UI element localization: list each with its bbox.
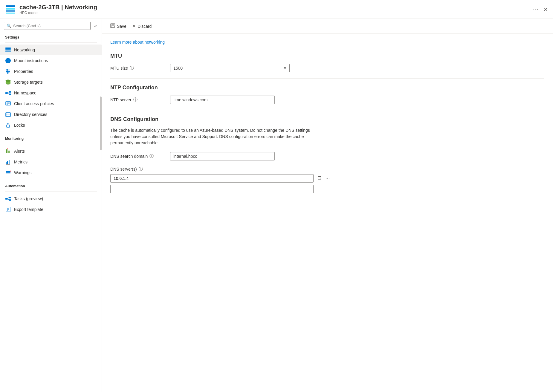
discard-label: Discard: [138, 24, 152, 29]
svg-rect-20: [5, 92, 7, 94]
mtu-size-select[interactable]: 1500 ∨: [170, 64, 290, 72]
sidebar-item-namespace[interactable]: Namespace: [0, 88, 102, 98]
svg-rect-41: [6, 171, 10, 172]
svg-line-24: [7, 93, 9, 94]
dns-server-delete-button-0[interactable]: [316, 174, 323, 183]
svg-text:i: i: [7, 59, 8, 62]
locks-icon: [5, 122, 11, 128]
mtu-size-control: 1500 ∨: [170, 64, 290, 72]
header-close-button[interactable]: ✕: [543, 6, 548, 13]
directory-services-icon: [5, 111, 11, 117]
mtu-ntp-divider: [110, 78, 544, 79]
svg-rect-2: [6, 10, 15, 12]
svg-rect-22: [9, 94, 11, 95]
dns-search-domain-input[interactable]: [170, 152, 275, 160]
settings-divider: [5, 42, 97, 43]
collapse-button[interactable]: «: [93, 22, 98, 30]
search-row: 🔍 «: [0, 19, 102, 33]
dns-server-more-button-0[interactable]: ···: [326, 176, 330, 181]
toolbar: Save ✕ Discard: [102, 19, 553, 34]
sidebar-item-label: Mount instructions: [14, 58, 48, 63]
dns-server-input-1[interactable]: [110, 185, 314, 193]
discard-button[interactable]: ✕ Discard: [130, 22, 154, 30]
learn-more-link[interactable]: Learn more about networking: [110, 40, 165, 45]
mtu-section: MTU MTU size ⓘ 1500 ∨: [110, 53, 544, 72]
sidebar-item-locks[interactable]: Locks: [0, 120, 102, 131]
search-icon: 🔍: [7, 24, 11, 28]
sidebar-item-mount-instructions[interactable]: i Mount instructions: [0, 55, 102, 66]
ntp-server-input[interactable]: [170, 96, 275, 104]
sidebar-item-storage-targets[interactable]: Storage targets: [0, 77, 102, 88]
svg-rect-55: [111, 24, 114, 25]
page-title: cache-2G-3TB | Networking: [19, 4, 528, 11]
sidebar-item-client-access-policies[interactable]: Client access policies: [0, 98, 102, 109]
svg-rect-37: [6, 162, 7, 164]
svg-rect-39: [9, 160, 10, 164]
dns-description: The cache is automatically configured to…: [110, 127, 320, 146]
dns-servers-label: DNS server(s) ⓘ: [110, 166, 170, 172]
search-box[interactable]: 🔍: [4, 22, 91, 30]
search-input[interactable]: [13, 24, 88, 28]
svg-rect-44: [10, 171, 11, 172]
tasks-icon: [5, 196, 11, 202]
mtu-section-title: MTU: [110, 53, 544, 59]
mtu-size-chevron-icon: ∨: [284, 66, 286, 70]
page-subtitle: HPC cache: [19, 11, 528, 15]
dns-server-row-1: [110, 185, 544, 193]
sidebar-item-metrics[interactable]: Metrics: [0, 157, 102, 167]
mount-instructions-icon: i: [5, 58, 11, 64]
svg-rect-46: [9, 197, 11, 198]
sidebar-item-label: Client access policies: [14, 101, 54, 106]
svg-rect-4: [5, 48, 11, 49]
svg-rect-6: [5, 51, 11, 52]
header-title-group: cache-2G-3TB | Networking HPC cache: [19, 4, 528, 15]
svg-rect-0: [6, 5, 15, 7]
sidebar-item-label: Storage targets: [14, 80, 43, 85]
export-template-icon: [5, 206, 11, 212]
svg-rect-1: [6, 8, 15, 10]
properties-icon: [5, 68, 11, 74]
mtu-size-info-icon[interactable]: ⓘ: [130, 65, 134, 71]
svg-rect-57: [319, 176, 320, 176]
header-more-button[interactable]: ···: [532, 6, 539, 13]
sidebar-item-tasks[interactable]: Tasks (preview): [0, 193, 102, 204]
sidebar-item-alerts[interactable]: Alerts: [0, 146, 102, 157]
sidebar-item-directory-services[interactable]: Directory services: [0, 109, 102, 120]
svg-rect-21: [9, 91, 11, 93]
storage-targets-icon: [5, 79, 11, 85]
svg-line-48: [7, 197, 9, 199]
sidebar-item-export-template[interactable]: Export template: [0, 204, 102, 215]
dns-search-domain-row: DNS search domain ⓘ: [110, 152, 544, 160]
svg-rect-47: [9, 199, 11, 201]
svg-rect-56: [111, 26, 114, 27]
sidebar-item-label: Alerts: [14, 149, 25, 154]
save-icon: [110, 23, 115, 29]
mtu-size-value: 1500: [173, 66, 183, 71]
dns-section: DNS Configuration The cache is automatic…: [110, 116, 544, 193]
dns-search-domain-label: DNS search domain ⓘ: [110, 154, 170, 159]
mtu-size-label: MTU size ⓘ: [110, 65, 170, 71]
svg-rect-38: [7, 161, 8, 164]
sidebar-item-warnings[interactable]: Warnings: [0, 167, 102, 178]
dns-servers-info-icon[interactable]: ⓘ: [139, 166, 143, 172]
sidebar-scrollbar-thumb[interactable]: [100, 97, 102, 150]
ntp-server-info-icon[interactable]: ⓘ: [133, 97, 138, 102]
sidebar: 🔍 « Settings: [0, 19, 102, 392]
ntp-section: NTP Configuration NTP server ⓘ: [110, 85, 544, 104]
svg-rect-29: [6, 113, 10, 117]
dns-server-input-0[interactable]: [110, 174, 314, 183]
discard-icon: ✕: [132, 24, 136, 28]
app-icon: [5, 4, 16, 15]
save-button[interactable]: Save: [108, 22, 129, 30]
svg-line-23: [7, 92, 9, 93]
monitoring-section-label: Monitoring: [0, 134, 102, 142]
sidebar-item-networking[interactable]: Networking: [0, 45, 102, 55]
sidebar-item-properties[interactable]: Properties: [0, 66, 102, 77]
automation-section-label: Automation: [0, 182, 102, 189]
settings-section-label: Settings: [0, 33, 102, 41]
sidebar-item-label: Metrics: [14, 160, 28, 164]
ntp-server-row: NTP server ⓘ: [110, 96, 544, 104]
dns-search-domain-info-icon[interactable]: ⓘ: [149, 154, 154, 159]
svg-point-13: [8, 71, 10, 72]
svg-rect-45: [5, 198, 7, 200]
